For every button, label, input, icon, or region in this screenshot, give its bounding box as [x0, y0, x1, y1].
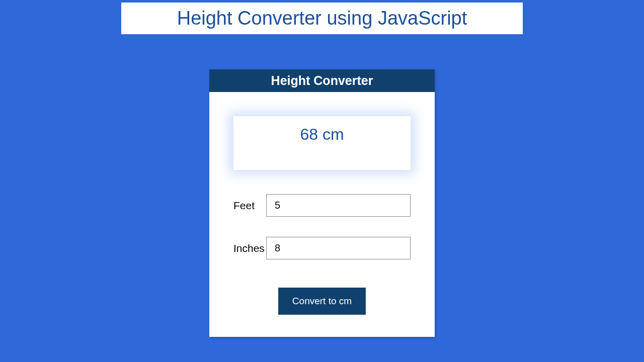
- page-title: Height Converter using JavaScript: [131, 8, 513, 29]
- feet-input[interactable]: [266, 194, 411, 217]
- button-row: Convert to cm: [233, 288, 411, 315]
- inches-row: Inches: [233, 237, 411, 259]
- convert-button[interactable]: Convert to cm: [278, 288, 366, 315]
- page-title-bar: Height Converter using JavaScript: [121, 3, 523, 34]
- feet-label: Feet: [233, 200, 266, 212]
- converter-card: Height Converter 68 cm Feet Inches Conve…: [209, 69, 435, 337]
- inches-input[interactable]: [266, 237, 411, 259]
- inches-label: Inches: [233, 242, 266, 254]
- result-text: 68 cm: [238, 125, 406, 144]
- result-box: 68 cm: [233, 116, 411, 170]
- card-body: 68 cm Feet Inches Convert to cm: [209, 92, 435, 337]
- feet-row: Feet: [233, 194, 411, 217]
- card-header: Height Converter: [209, 69, 435, 92]
